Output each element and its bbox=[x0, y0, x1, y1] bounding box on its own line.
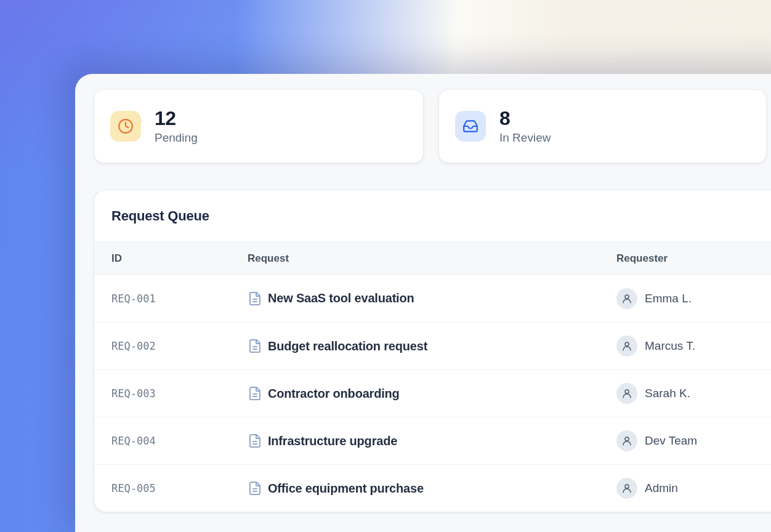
avatar bbox=[616, 383, 637, 404]
table-row[interactable]: REQ-004 Infrastructure upgrade bbox=[94, 417, 771, 464]
request-id: REQ-003 bbox=[94, 387, 230, 400]
table-header-row: ID Request Requester bbox=[94, 242, 771, 275]
request-title: Budget reallocation request bbox=[268, 339, 427, 353]
pending-label: Pending bbox=[155, 131, 198, 145]
request-id: REQ-004 bbox=[94, 435, 230, 447]
requester-name: Dev Team bbox=[645, 434, 697, 448]
avatar bbox=[616, 288, 637, 309]
stat-card-pending: 12 Pending bbox=[94, 89, 424, 163]
document-icon bbox=[248, 481, 262, 496]
requester-name: Emma L. bbox=[645, 292, 692, 305]
requester-name: Marcus T. bbox=[645, 339, 695, 353]
in-review-label: In Review bbox=[499, 131, 551, 145]
column-header-id: ID bbox=[94, 252, 230, 265]
in-review-count: 8 bbox=[499, 108, 551, 129]
avatar bbox=[616, 478, 637, 499]
main-panel: 12 Pending 8 In Review Reques bbox=[75, 74, 771, 532]
table-row[interactable]: REQ-001 New SaaS tool evaluation bbox=[94, 275, 771, 322]
column-header-requester: Requester bbox=[599, 252, 771, 265]
request-title: Contractor onboarding bbox=[268, 387, 400, 401]
document-icon bbox=[248, 291, 262, 306]
clock-icon bbox=[110, 111, 141, 142]
request-id: REQ-005 bbox=[94, 482, 230, 494]
avatar bbox=[616, 336, 637, 357]
pending-count: 12 bbox=[155, 108, 198, 129]
request-id: REQ-002 bbox=[94, 340, 230, 352]
stats-row: 12 Pending 8 In Review bbox=[94, 89, 771, 163]
document-icon bbox=[248, 386, 262, 401]
requester-name: Admin bbox=[645, 482, 678, 495]
request-title: New SaaS tool evaluation bbox=[268, 291, 414, 305]
table-row[interactable]: REQ-003 Contractor onboarding bbox=[94, 369, 771, 417]
document-icon bbox=[248, 339, 262, 353]
document-icon bbox=[248, 433, 262, 448]
table-row[interactable]: REQ-005 Office equipment purchase bbox=[94, 464, 771, 512]
request-queue-card: Request Queue ID Request Requester REQ-0… bbox=[94, 190, 771, 512]
column-header-request: Request bbox=[230, 252, 599, 265]
stat-card-in-review: 8 In Review bbox=[438, 89, 767, 163]
table-row[interactable]: REQ-002 Budget reallocation request bbox=[94, 322, 771, 369]
request-title: Infrastructure upgrade bbox=[268, 434, 397, 448]
page-title: Request Queue bbox=[111, 208, 209, 224]
request-title: Office equipment purchase bbox=[268, 482, 424, 496]
inbox-icon bbox=[455, 111, 486, 142]
request-id: REQ-001 bbox=[94, 292, 230, 305]
avatar bbox=[616, 430, 637, 451]
requester-name: Sarah K. bbox=[645, 387, 690, 400]
